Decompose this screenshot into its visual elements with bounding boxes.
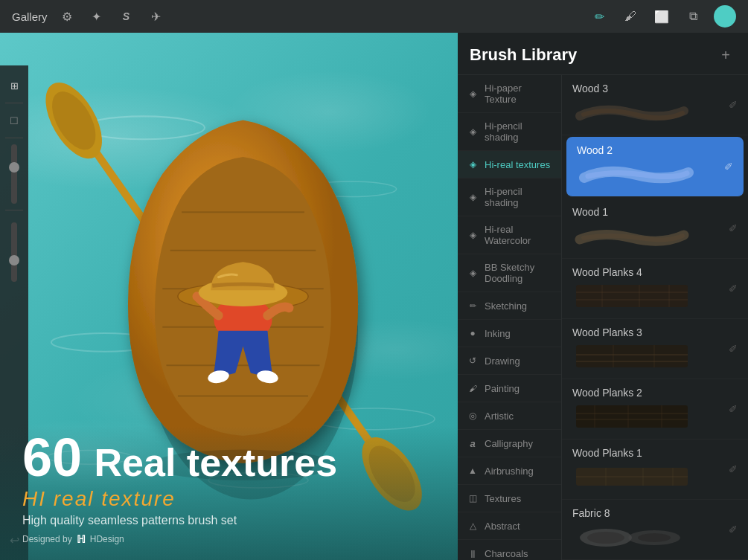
brush-library-title: Brush Library (470, 45, 577, 65)
brush-edit-icon[interactable]: ✐ (729, 403, 738, 415)
layers-tool-icon[interactable]: ⧉ (683, 6, 703, 27)
brush-info: Wood Planks 1 (572, 447, 724, 492)
gallery-button[interactable]: Gallery (12, 10, 48, 23)
brush-wood-planks3[interactable]: Wood Planks 3 ✐ (562, 319, 748, 379)
real-textures-title: Real textures (95, 441, 338, 484)
brush-size-slider[interactable] (11, 144, 17, 204)
sidebar-divider (5, 103, 23, 103)
cat-paint-icon: 🖌 (467, 382, 479, 394)
category-hi-pencil-2[interactable]: ◈ Hi-pencil shading (458, 178, 561, 216)
brush-name: Wood Planks 4 (572, 266, 724, 278)
description-text: High quality seamless patterns brush set (22, 514, 435, 527)
sidebar-divider-2 (5, 138, 23, 138)
brush-stroke-visual (572, 221, 691, 251)
modify-tool[interactable]: ⊞ (3, 74, 25, 97)
category-list: ◈ Hi-paper Texture ◈ Hi-pencil shading ◈… (458, 75, 562, 560)
category-sketching[interactable]: ✏ Sketching (458, 292, 561, 320)
cat-pencil-icon: ✏ (467, 300, 479, 312)
cat-calli-icon: a (467, 437, 479, 449)
category-artistic[interactable]: ◎ Artistic (458, 402, 561, 430)
category-label: Painting (485, 383, 520, 394)
subtitle-text: HI real texture (22, 487, 435, 511)
box-tool[interactable]: ☐ (3, 109, 25, 132)
brush-name: Wood 1 (572, 206, 724, 218)
brush-panel-content: ◈ Hi-paper Texture ◈ Hi-pencil shading ◈… (458, 75, 748, 560)
brush-stroke-visual (577, 159, 696, 189)
brush-name: Wood 2 (577, 144, 720, 156)
brush-preview (572, 281, 724, 311)
brush-preview (572, 402, 724, 431)
eraser-tool-icon[interactable]: ⬜ (651, 6, 672, 27)
main-headline: 60 Real textures (22, 431, 435, 484)
brush-wood1[interactable]: Wood 1 ✐ (562, 199, 748, 259)
svg-point-47 (587, 532, 624, 544)
category-label: Sketching (485, 300, 527, 312)
user-avatar[interactable] (714, 5, 736, 28)
category-label: Hi-pencil shading (485, 186, 552, 208)
wrench-icon[interactable]: ⚙ (57, 6, 77, 27)
brush-edit-icon[interactable]: ✐ (729, 524, 738, 535)
category-label: BB Sketchy Doodling (485, 262, 552, 284)
brush-preview (572, 97, 724, 127)
opacity-thumb (9, 255, 19, 265)
svg-point-49 (638, 533, 671, 542)
cat-icon: ◈ (467, 88, 479, 100)
brush-wood-planks2[interactable]: Wood Planks 2 (562, 379, 748, 440)
category-bb-sketchy[interactable]: ◈ BB Sketchy Doodling (458, 254, 561, 292)
category-airbrushing[interactable]: ▲ Airbrushing (458, 457, 561, 485)
artwork-text-overlay: 60 Real textures HI real texture High qu… (0, 426, 458, 560)
brush-edit-icon[interactable]: ✐ (724, 161, 733, 173)
category-drawing[interactable]: ↺ Drawing (458, 347, 561, 375)
add-brush-button[interactable]: + (715, 45, 736, 65)
brush-edit-icon[interactable]: ✐ (729, 343, 738, 355)
brush-name: Wood Planks 1 (572, 447, 724, 459)
brush-edit-icon[interactable]: ✐ (729, 222, 738, 234)
brush-preview (572, 221, 724, 251)
category-hi-paper[interactable]: ◈ Hi-paper Texture (458, 75, 561, 113)
brush-size-thumb (9, 162, 19, 173)
toolbar-right: ✏ 🖌 ⬜ ⧉ (589, 5, 736, 28)
cat-tex-icon: ◫ (467, 492, 479, 504)
svg-rect-35 (576, 405, 688, 428)
brush-panel-header: Brush Library + (458, 33, 748, 75)
cat-icon: ◈ (467, 229, 479, 241)
category-hi-watercolor[interactable]: ◈ Hi-real Watercolor (458, 216, 561, 254)
brush-fabric8[interactable]: Fabric 8 ✐ (562, 500, 748, 560)
category-charcoals[interactable]: ||| Charcoals (458, 540, 561, 560)
brush-name: Wood Planks 3 (572, 326, 724, 338)
smudge-icon[interactable]: S (116, 6, 137, 27)
category-label: Inking (485, 328, 511, 339)
cat-air-icon: ▲ (467, 465, 479, 477)
brush-edit-icon[interactable]: ✐ (729, 283, 738, 295)
category-inking[interactable]: ● Inking (458, 320, 561, 347)
category-abstract[interactable]: △ Abstract (458, 512, 561, 540)
category-painting[interactable]: 🖌 Painting (458, 375, 561, 402)
transform-icon[interactable]: ✈ (146, 6, 167, 27)
brush-wood3[interactable]: Wood 3 ✐ (562, 75, 748, 135)
brush-info: Wood Planks 4 (572, 266, 724, 311)
brush-wood2[interactable]: Wood 2 ✐ (566, 137, 744, 197)
brush-info: Wood Planks 3 (572, 326, 724, 371)
cat-art-icon: ◎ (467, 410, 479, 422)
brush-preview (572, 522, 724, 552)
category-calligraphy[interactable]: a Calligraphy (458, 430, 561, 457)
brand-info: Designed by ℍ HDesign (22, 533, 435, 545)
brand-name: HDesign (90, 534, 124, 544)
opacity-slider[interactable] (11, 222, 17, 282)
category-label: Hi-pencil shading (485, 120, 552, 143)
category-hi-pencil-1[interactable]: ◈ Hi-pencil shading (458, 113, 561, 151)
category-label: Calligraphy (485, 438, 533, 449)
cat-icon-active: ◈ (467, 158, 479, 170)
category-hi-real[interactable]: ◈ Hi-real textures (458, 151, 561, 178)
pencil-tool-icon[interactable]: ✏ (589, 6, 610, 27)
category-label: Textures (485, 493, 521, 504)
category-textures[interactable]: ◫ Textures (458, 485, 561, 512)
brush-preview (577, 159, 720, 189)
wand-icon[interactable]: ✦ (86, 6, 107, 27)
brush-tool-icon[interactable]: 🖌 (620, 6, 641, 27)
category-label: Hi-real Watercolor (485, 224, 552, 246)
brush-edit-icon[interactable]: ✐ (729, 99, 738, 111)
brush-edit-icon[interactable]: ✐ (729, 463, 738, 475)
brush-wood-planks1[interactable]: Wood Planks 1 ✐ (562, 440, 748, 500)
brush-wood-planks4[interactable]: Wood Planks 4 (562, 259, 748, 319)
